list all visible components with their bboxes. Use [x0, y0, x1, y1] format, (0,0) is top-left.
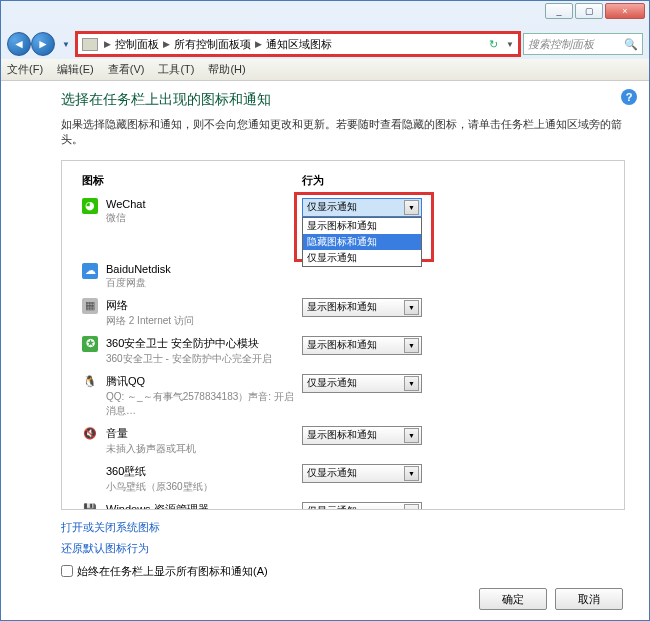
chevron-down-icon: ▼ — [404, 200, 419, 215]
chevron-down-icon: ▼ — [404, 504, 419, 510]
item-name: Windows 资源管理器 — [106, 502, 216, 510]
combo-value: 显示图标和通知 — [307, 428, 404, 442]
wechat-icon: ◕ — [82, 198, 98, 214]
chevron-right-icon: ▶ — [161, 39, 172, 49]
item-name: WeChat — [106, 198, 146, 210]
item-name: BaiduNetdisk — [106, 263, 171, 275]
search-input[interactable]: 搜索控制面板 🔍 — [523, 33, 643, 55]
menu-bar: 文件(F) 编辑(E) 查看(V) 工具(T) 帮助(H) — [1, 59, 649, 81]
header-icon: 图标 — [82, 173, 302, 188]
search-icon: 🔍 — [624, 38, 638, 51]
item-subtitle: 网络 2 Internet 访问 — [106, 314, 194, 328]
combo-value: 显示图标和通知 — [307, 338, 404, 352]
list-header: 图标 行为 — [62, 169, 624, 194]
network-icon: ▦ — [82, 298, 98, 314]
nav-bar: ◄ ► ▼ ▶ 控制面板 ▶ 所有控制面板项 ▶ 通知区域图标 ↻ ▼ 搜索控制… — [1, 29, 649, 59]
checkbox-label: 始终在任务栏上显示所有图标和通知(A) — [77, 564, 268, 579]
crumb-notification-icons[interactable]: 通知区域图标 — [264, 37, 334, 52]
chevron-right-icon: ▶ — [102, 39, 113, 49]
breadcrumb[interactable]: ▶ 控制面板 ▶ 所有控制面板项 ▶ 通知区域图标 ↻ ▼ — [77, 33, 519, 55]
list-item: 🔇音量未插入扬声器或耳机 显示图标和通知▼ — [62, 422, 624, 460]
combo-value: 仅显示通知 — [307, 466, 404, 480]
combo-value: 仅显示通知 — [307, 200, 404, 214]
wallpaper-icon — [82, 464, 98, 480]
chevron-down-icon: ▼ — [404, 300, 419, 315]
menu-edit[interactable]: 编辑(E) — [57, 62, 94, 77]
menu-file[interactable]: 文件(F) — [7, 62, 43, 77]
dropdown-option[interactable]: 仅显示通知 — [303, 250, 421, 266]
list-item: 💾Windows 资源管理器安全删除硬件并弹出媒体 仅显示通知▼ — [62, 498, 624, 510]
maximize-button[interactable]: ▢ — [575, 3, 603, 19]
360-icon: ✪ — [82, 336, 98, 352]
item-name: 360壁纸 — [106, 464, 213, 479]
minimize-button[interactable]: _ — [545, 3, 573, 19]
dropdown-option[interactable]: 显示图标和通知 — [303, 218, 421, 234]
behavior-combo[interactable]: 显示图标和通知▼ — [302, 298, 422, 317]
item-subtitle: 小鸟壁纸（原360壁纸） — [106, 480, 213, 494]
item-name: 网络 — [106, 298, 194, 313]
dropdown-option[interactable]: 隐藏图标和通知 — [303, 234, 421, 250]
item-subtitle: 微信 — [106, 211, 146, 225]
item-name: 360安全卫士 安全防护中心模块 — [106, 336, 272, 351]
volume-icon: 🔇 — [82, 426, 98, 442]
menu-tools[interactable]: 工具(T) — [158, 62, 194, 77]
item-name: 音量 — [106, 426, 196, 441]
menu-help[interactable]: 帮助(H) — [208, 62, 245, 77]
chevron-down-icon: ▼ — [404, 428, 419, 443]
forward-button[interactable]: ► — [31, 32, 55, 56]
restore-defaults-link[interactable]: 还原默认图标行为 — [61, 541, 625, 556]
behavior-combo[interactable]: 仅显示通知▼ — [302, 502, 422, 510]
page-description: 如果选择隐藏图标和通知，则不会向您通知更改和更新。若要随时查看隐藏的图标，请单击… — [61, 117, 625, 148]
list-item: ◕ WeChat 微信 仅显示通知 ▼ 显示图标和通知 隐藏图标和通知 仅显示通… — [62, 194, 624, 229]
behavior-combo[interactable]: 显示图标和通知▼ — [302, 426, 422, 445]
behavior-combo[interactable]: 显示图标和通知▼ — [302, 336, 422, 355]
toggle-system-icons-link[interactable]: 打开或关闭系统图标 — [61, 520, 625, 535]
item-subtitle: 百度网盘 — [106, 276, 171, 290]
crumb-control-panel[interactable]: 控制面板 — [113, 37, 161, 52]
combo-value: 仅显示通知 — [307, 504, 404, 510]
search-placeholder: 搜索控制面板 — [528, 37, 594, 52]
address-dropdown-icon[interactable]: ▼ — [506, 40, 514, 49]
menu-view[interactable]: 查看(V) — [108, 62, 145, 77]
page-title: 选择在任务栏上出现的图标和通知 — [61, 91, 625, 109]
chevron-right-icon: ▶ — [253, 39, 264, 49]
icons-list-panel[interactable]: 图标 行为 ◕ WeChat 微信 仅显示通知 ▼ — [61, 160, 625, 510]
behavior-dropdown: 显示图标和通知 隐藏图标和通知 仅显示通知 — [302, 217, 422, 267]
list-item: ▦网络网络 2 Internet 访问 显示图标和通知▼ — [62, 294, 624, 332]
nav-history-dropdown[interactable]: ▼ — [59, 34, 73, 54]
chevron-down-icon: ▼ — [404, 466, 419, 481]
list-item: ✪360安全卫士 安全防护中心模块360安全卫士 - 安全防护中心完全开启 显示… — [62, 332, 624, 370]
always-show-checkbox[interactable] — [61, 565, 73, 577]
ok-button[interactable]: 确定 — [479, 588, 547, 610]
behavior-combo[interactable]: 仅显示通知 ▼ — [302, 198, 422, 217]
item-subtitle: 360安全卫士 - 安全防护中心完全开启 — [106, 352, 272, 366]
title-bar: _ ▢ × — [1, 1, 649, 29]
item-subtitle: 未插入扬声器或耳机 — [106, 442, 196, 456]
back-button[interactable]: ◄ — [7, 32, 31, 56]
explorer-icon: 💾 — [82, 502, 98, 510]
behavior-combo[interactable]: 仅显示通知▼ — [302, 464, 422, 483]
combo-value: 显示图标和通知 — [307, 300, 404, 314]
crumb-all-items[interactable]: 所有控制面板项 — [172, 37, 253, 52]
help-icon[interactable]: ? — [621, 89, 637, 105]
behavior-combo[interactable]: 仅显示通知▼ — [302, 374, 422, 393]
refresh-icon[interactable]: ↻ — [489, 38, 498, 51]
chevron-down-icon: ▼ — [404, 338, 419, 353]
combo-value: 仅显示通知 — [307, 376, 404, 390]
close-button[interactable]: × — [605, 3, 645, 19]
chevron-down-icon: ▼ — [404, 376, 419, 391]
computer-icon — [82, 38, 98, 51]
baidu-icon: ☁ — [82, 263, 98, 279]
content-area: ? 选择在任务栏上出现的图标和通知 如果选择隐藏图标和通知，则不会向您通知更改和… — [1, 81, 649, 620]
list-item: 360壁纸小鸟壁纸（原360壁纸） 仅显示通知▼ — [62, 460, 624, 498]
header-behavior: 行为 — [302, 173, 604, 188]
item-subtitle: QQ: ～_～有事气2578834183）声音: 开启 消息… — [106, 390, 302, 418]
qq-icon: 🐧 — [82, 374, 98, 390]
item-name: 腾讯QQ — [106, 374, 302, 389]
cancel-button[interactable]: 取消 — [555, 588, 623, 610]
list-item: 🐧腾讯QQQQ: ～_～有事气2578834183）声音: 开启 消息… 仅显示… — [62, 370, 624, 422]
